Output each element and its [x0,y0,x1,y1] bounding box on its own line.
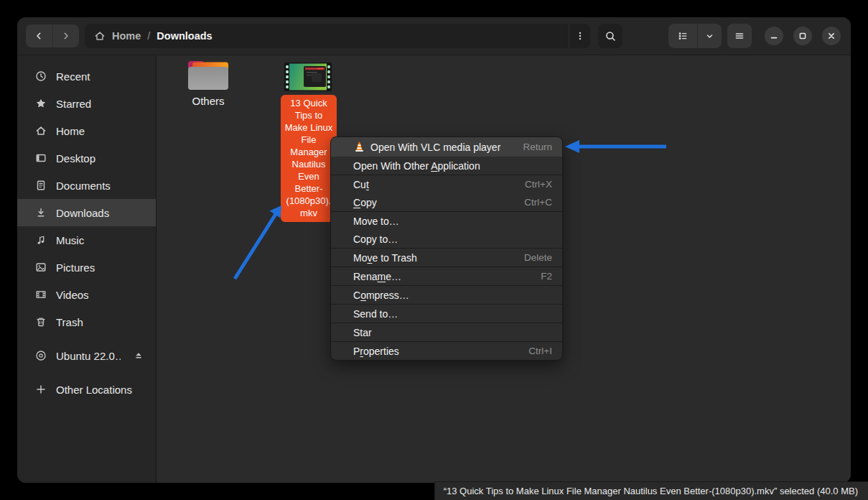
menu-item-label: Properties [353,346,399,357]
menu-item-open-with-other-application[interactable]: Open With Other Application [331,157,562,175]
home-icon [93,30,106,42]
file-name-line: mkv [282,207,335,219]
eject-button[interactable] [130,347,147,364]
search-button[interactable] [598,24,622,48]
sidebar-item-starred[interactable]: Starred [17,90,156,117]
folder-icon [187,60,229,91]
menu-item-accelerator: Ctrl+C [524,197,552,208]
sidebar-item-desktop[interactable]: Desktop [17,144,156,172]
menu-item-label: Move to… [353,216,399,227]
menu-item-star[interactable]: Star [331,323,562,341]
file-name-line: Even [282,170,335,182]
plus-icon [34,384,47,396]
menu-item-properties[interactable]: PropertiesCtrl+I [331,342,562,360]
list-view-icon [677,30,689,42]
file-name-line: (1080p30). [282,195,335,207]
sidebar-item-label: Pictures [56,261,149,274]
folder-item-others[interactable]: Others [174,60,243,107]
sidebar-item-pictures[interactable]: Pictures [17,254,156,281]
sidebar-item-recent[interactable]: Recent [17,62,156,90]
menu-item-rename[interactable]: Rename…F2 [331,267,562,285]
file-name-label: 13 QuickTips toMake LinuxFileManagerNaut… [281,95,337,222]
sidebar-item-label: Home [56,125,149,137]
sidebar-item-label: Videos [56,289,149,301]
chevron-down-icon [704,31,715,42]
menu-item-copy[interactable]: CopyCtrl+C [331,193,562,211]
sidebar-item-label: Documents [56,180,149,192]
menu-item-label: Star [353,327,372,338]
folder-name: Others [174,95,243,107]
file-name-line: Better- [282,182,335,195]
sidebar-item-label: Downloads [56,207,149,219]
sidebar-item-home[interactable]: Home [17,117,156,144]
sidebar-item-ubuntu-22-0[interactable]: Ubuntu 22.0… [17,342,156,369]
main-menu-button[interactable] [727,24,752,48]
vlc-icon [353,141,365,153]
kebab-menu-icon [574,30,586,42]
disc-icon [34,350,47,362]
menu-item-label: Rename… [353,271,401,282]
sidebar-item-downloads[interactable]: Downloads [17,199,156,226]
menu-item-send-to[interactable]: Send to… [331,305,562,323]
maximize-button[interactable] [793,27,812,45]
sidebar-item-music[interactable]: Music [17,226,156,254]
menu-item-copy-to[interactable]: Copy to… [331,230,562,248]
menu-item-label: Open With Other Application [353,160,480,172]
close-icon [826,31,836,41]
list-view-button[interactable] [668,24,697,48]
menu-item-label: Move to Trash [353,252,417,264]
chevron-right-icon [60,30,72,42]
clock-icon [34,70,47,83]
breadcrumb-home[interactable]: Home [112,30,141,42]
film-icon [34,289,47,301]
menu-item-label: Compress… [353,290,409,301]
header-bar: Home / Downloads [17,17,851,55]
maximize-icon [798,31,808,41]
file-name-line: Manager [282,146,335,158]
file-name-line: 13 Quick [282,97,335,109]
sidebar-item-trash[interactable]: Trash [17,308,156,335]
breadcrumb: Home / Downloads [85,24,590,48]
sidebar-item-other-locations[interactable]: Other Locations [17,376,156,403]
menu-item-compress[interactable]: Compress… [331,286,562,304]
minimize-icon [769,31,779,41]
window-controls [765,27,841,45]
menu-item-open-with-vlc-media-player[interactable]: Open With VLC media playerReturn [331,137,562,157]
menu-item-label: Copy [353,197,377,208]
close-button[interactable] [822,27,841,45]
menu-item-move-to[interactable]: Move to… [331,212,562,230]
sidebar-item-label: Other Locations [56,384,149,396]
menu-item-accelerator: F2 [541,271,552,282]
sidebar-item-documents[interactable]: Documents [17,172,156,199]
navigation-buttons [26,24,79,47]
file-name-line: Nautilus [282,158,335,170]
star-icon [34,98,47,110]
status-bar: “13 Quick Tips to Make Linux File Manage… [434,481,868,500]
forward-button[interactable] [52,24,80,47]
sidebar-item-label: Music [56,234,149,246]
menu-item-label: Copy to… [353,233,398,245]
back-button[interactable] [26,24,52,47]
menu-item-accelerator: Ctrl+I [528,346,552,356]
menu-item-cut[interactable]: CutCtrl+X [331,175,562,193]
file-name-line: Make Linux [282,121,335,134]
context-menu: Open With VLC media playerReturnOpen Wit… [330,136,563,361]
minimize-button[interactable] [765,27,783,45]
sidebar-item-label: Desktop [56,152,149,165]
menu-item-label: Open With VLC media player [370,142,500,153]
home-icon [34,125,47,137]
file-name-line: File [282,134,335,146]
breadcrumb-current[interactable]: Downloads [157,30,212,42]
menu-item-move-to-trash[interactable]: Move to TrashDelete [331,249,562,267]
menu-item-accelerator: Return [523,142,552,152]
file-name-line: Tips to [282,109,335,121]
view-options-button[interactable] [697,24,722,48]
desktop-icon [34,152,47,165]
sidebar-item-videos[interactable]: Videos [17,281,156,308]
path-options-button[interactable] [569,24,590,48]
sidebar-item-label: Starred [56,98,149,110]
chevron-left-icon [33,30,45,42]
search-icon [605,30,617,42]
menu-item-accelerator: Delete [524,252,552,263]
file-item-video[interactable]: 13 QuickTips toMake LinuxFileManagerNaut… [281,62,335,222]
